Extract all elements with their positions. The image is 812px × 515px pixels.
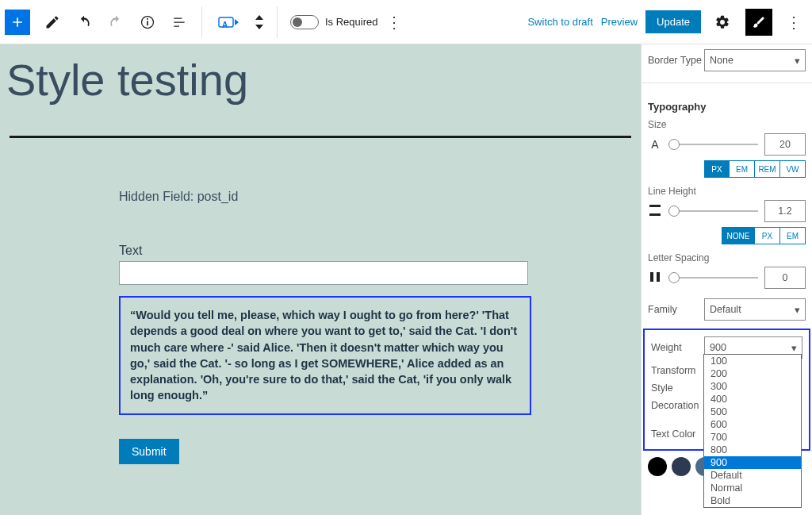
unit-lh-px[interactable]: PX	[755, 227, 780, 244]
decoration-label: Decoration	[651, 400, 699, 411]
family-select[interactable]: Default ▾	[704, 298, 806, 321]
border-type-value: None	[710, 55, 733, 66]
font-size-icon: A	[648, 138, 662, 151]
page-hr	[10, 136, 631, 138]
letter-spacing-icon	[648, 271, 662, 286]
family-label: Family	[648, 304, 677, 315]
blocktype-button[interactable]: A	[210, 8, 247, 37]
text-input[interactable]	[119, 261, 528, 285]
move-up-down-button[interactable]	[250, 8, 269, 37]
switch-to-draft-button[interactable]: Switch to draft	[527, 16, 592, 28]
toolbar-separator-2	[277, 6, 278, 38]
line-height-value[interactable]: 1.2	[764, 200, 806, 222]
svg-rect-2	[147, 18, 148, 20]
edit-button[interactable]	[38, 8, 67, 37]
text-label: Text	[119, 244, 522, 258]
letter-spacing-value[interactable]: 0	[764, 267, 806, 289]
is-required-toggle[interactable]	[290, 15, 319, 29]
add-block-button[interactable]	[5, 10, 30, 35]
weight-label: Weight	[651, 342, 682, 353]
toolbar-left: A Is Required ⋮	[5, 6, 408, 38]
size-slider[interactable]	[668, 144, 758, 145]
letter-spacing-slider[interactable]	[668, 277, 758, 279]
toolbar-right: Switch to draft Preview Update ⋮	[527, 8, 807, 37]
line-height-slider[interactable]	[668, 210, 758, 212]
weight-option[interactable]: 400	[704, 393, 801, 405]
svg-rect-5	[649, 205, 661, 207]
unit-rem[interactable]: REM	[755, 160, 780, 178]
weight-dropdown: 100200300400500600700800900DefaultNormal…	[703, 354, 802, 508]
chevron-down-icon: ▾	[795, 304, 800, 316]
main-more-menu[interactable]: ⋮	[780, 8, 807, 37]
is-required-label: Is Required	[325, 16, 377, 28]
unit-em[interactable]: EM	[730, 160, 755, 178]
styles-button[interactable]	[745, 9, 772, 36]
list-view-button[interactable]	[165, 8, 193, 37]
chevron-down-icon: ▾	[791, 342, 797, 354]
submit-button[interactable]: Submit	[119, 439, 179, 464]
weight-option[interactable]: 900	[704, 456, 801, 469]
unit-px[interactable]: PX	[704, 160, 730, 178]
weight-option[interactable]: 600	[704, 418, 801, 431]
weight-option[interactable]: 300	[704, 380, 801, 393]
svg-rect-7	[650, 272, 653, 282]
quote-block[interactable]: “Would you tell me, please, which way I …	[119, 296, 531, 415]
settings-button[interactable]	[709, 9, 736, 36]
size-value[interactable]: 20	[764, 133, 806, 156]
color-swatch[interactable]	[648, 457, 667, 476]
border-type-select[interactable]: None ▾	[704, 49, 806, 71]
svg-rect-6	[649, 213, 661, 216]
unit-vw[interactable]: VW	[780, 160, 806, 178]
weight-option[interactable]: 100	[704, 355, 801, 367]
weight-option[interactable]: Normal	[704, 482, 801, 494]
toolbar-separator	[201, 6, 202, 38]
weight-value: 900	[710, 342, 726, 353]
form-zone: Hidden Field: post_id Text “Would you te…	[119, 190, 522, 464]
page-title[interactable]: Style testing	[6, 54, 641, 106]
chevron-down-icon: ▾	[795, 55, 800, 67]
style-sidebar: Border Type None ▾ Typography Size A 20 …	[641, 44, 812, 515]
update-button[interactable]: Update	[645, 10, 701, 33]
border-type-label: Border Type	[648, 55, 702, 66]
weight-option[interactable]: 200	[704, 367, 801, 380]
text-color-label: Text Color	[651, 429, 695, 440]
preview-button[interactable]: Preview	[601, 16, 638, 28]
weight-option[interactable]: Default	[704, 469, 801, 482]
svg-text:A: A	[222, 21, 228, 29]
transform-label: Transform	[651, 365, 696, 376]
unit-none[interactable]: NONE	[722, 227, 755, 244]
weight-option[interactable]: Bold	[704, 494, 801, 507]
lineheight-units: NONE PX EM	[642, 224, 812, 248]
redo-button[interactable]	[102, 8, 130, 37]
editor-canvas: Style testing Hidden Field: post_id Text…	[0, 44, 641, 515]
size-units: PX EM REM VW	[642, 157, 812, 181]
weight-option[interactable]: 700	[704, 431, 801, 444]
line-height-label: Line Height	[642, 181, 812, 198]
info-button[interactable]	[133, 8, 162, 37]
weight-option[interactable]: 500	[704, 405, 801, 418]
undo-button[interactable]	[70, 8, 98, 37]
size-label: Size	[642, 114, 812, 132]
hidden-field-label: Hidden Field: post_id	[119, 190, 522, 204]
block-more-menu[interactable]: ⋮	[381, 8, 408, 37]
line-height-icon	[648, 204, 662, 219]
typography-heading: Typography	[642, 91, 812, 114]
top-toolbar: A Is Required ⋮ Switch to draft Preview …	[0, 0, 812, 44]
family-value: Default	[710, 304, 741, 315]
svg-rect-8	[657, 272, 660, 282]
letter-spacing-label: Letter Spacing	[642, 248, 812, 265]
svg-rect-1	[147, 21, 148, 25]
weight-group-highlight: Weight 900 ▾ 100200300400500600700800900…	[643, 329, 810, 451]
style-label: Style	[651, 382, 673, 394]
weight-option[interactable]: 800	[704, 444, 801, 456]
color-swatch[interactable]	[672, 457, 691, 476]
unit-lh-em[interactable]: EM	[780, 227, 806, 244]
